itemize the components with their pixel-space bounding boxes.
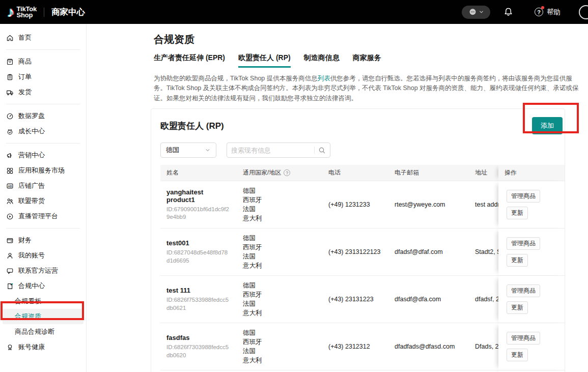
sidebar-item-label: 我的账号 [18, 251, 45, 260]
sidebar-divider [6, 143, 80, 144]
topbar: ♪ TikTok Shop 商家中心 ? 帮助 [0, 0, 588, 24]
help-button[interactable]: ? 帮助 [535, 8, 561, 17]
chevron-down-icon [205, 147, 211, 153]
phone-cell: (+43) 2312312 [322, 323, 388, 370]
rp-name: test 111 [166, 287, 231, 294]
sidebar-item-label: 财务 [18, 236, 32, 245]
tab-bar: 生产者责任延伸 (EPR)欧盟责任人 (RP)制造商信息商家服务 [154, 53, 580, 68]
sidebar-item-compliance-center[interactable]: 合规中心 [0, 278, 86, 294]
sidebar-item-app-service-market[interactable]: 应用和服务市场 [0, 163, 86, 178]
rp-panel: 欧盟责任人 (RP) 添加 德国 姓名通用国家/地区?电话电子邮箱地址操作yan… [151, 108, 565, 372]
sidebar-item-label: 合规中心 [18, 281, 45, 291]
sidebar-divider [6, 228, 80, 228]
country-select-value: 德国 [166, 146, 179, 155]
update-button[interactable]: 更新 [507, 254, 528, 267]
sidebar-divider [6, 49, 80, 50]
sidebar-subitem-product-compliance-diagnosis[interactable]: 商品合规诊断 [3, 324, 83, 339]
sidebar-item-label: 联盟带货 [18, 196, 45, 206]
sidebar-item-label: 成长中心 [18, 127, 45, 136]
chat-bubble-icon [468, 8, 477, 16]
column-header: 操作 [498, 165, 565, 181]
sidebar-item-finance[interactable]: 财务 [0, 233, 86, 248]
manage-products-button[interactable]: 管理商品 [507, 284, 540, 297]
manage-products-button[interactable]: 管理商品 [507, 237, 540, 250]
sidebar-item-affiliate[interactable]: 联盟带货 [0, 193, 86, 209]
sidebar-item-contact-official[interactable]: 联系官方运营 [0, 263, 86, 278]
notifications-button[interactable] [503, 7, 513, 17]
phone-cell: (+43) 23131223 [322, 276, 388, 323]
sidebar-item-account-health[interactable]: 账号健康 [0, 339, 86, 355]
messages-button[interactable] [462, 6, 490, 19]
column-header: 电话 [322, 165, 388, 181]
tiktok-shop-logo[interactable]: ♪ TikTok Shop [7, 5, 37, 19]
shipping-icon [6, 89, 14, 96]
tab-manufacturer-info[interactable]: 制造商信息 [304, 53, 340, 68]
panel-heading: 欧盟责任人 (RP) [160, 120, 224, 132]
sidebar-subitem-compliance-qualification[interactable]: 合规资质 [3, 309, 83, 324]
brand-line2: Shop [17, 12, 37, 18]
finance-icon [6, 237, 14, 244]
tab-merchant-services[interactable]: 商家服务 [353, 53, 381, 68]
help-icon: ? [535, 8, 543, 16]
sidebar-item-label: 直播管理平台 [18, 212, 58, 221]
sidebar-item-shipping[interactable]: 发货 [0, 84, 86, 100]
sidebar-item-label: 应用和服务市场 [18, 166, 65, 175]
sidebar-item-home[interactable]: 首页 [0, 30, 86, 45]
sidebar-item-live-management[interactable]: 直播管理平台 [0, 209, 86, 224]
sidebar-item-shop-ads[interactable]: AD店铺广告 [0, 178, 86, 193]
home-icon [6, 34, 14, 42]
update-button[interactable]: 更新 [507, 207, 528, 219]
sidebar-item-label: 账号健康 [18, 342, 45, 352]
rp-id: ID:6826f7303988fedcc5db0620 [166, 344, 231, 359]
column-header: 姓名 [160, 165, 237, 181]
sidebar-item-my-account[interactable]: 我的账号 [0, 248, 86, 263]
sidebar-divider [6, 104, 80, 104]
filter-row: 德国 [160, 142, 555, 158]
manage-products-button[interactable]: 管理商品 [507, 332, 540, 345]
actions-cell: 管理商品更新 [498, 323, 565, 370]
countries-cell: 德国西班牙法国意大利 [237, 181, 322, 228]
column-header: 地址 [469, 165, 498, 181]
table-row: test 111ID:6826f7533988fedcc5db0621德国西班牙… [160, 276, 565, 323]
sidebar-item-marketing-center[interactable]: 营销中心 [0, 148, 86, 163]
sidebar-item-products[interactable]: 商品 [0, 54, 86, 69]
search-input[interactable] [231, 147, 313, 154]
sidebar-item-orders[interactable]: 订单 [0, 69, 86, 84]
email-cell: rtest@yweye.com [388, 181, 469, 228]
affiliate-icon [6, 197, 14, 205]
table-row: yanghaitest product1ID:67909001bf6d1dc9f… [160, 181, 565, 228]
main-content: 合规资质 生产者责任延伸 (EPR)欧盟责任人 (RP)制造商信息商家服务 为协… [87, 24, 588, 372]
sidebar-item-label: 首页 [18, 33, 32, 42]
sidebar: 首页商品订单发货数据罗盘成长中心营销中心应用和服务市场AD店铺广告联盟带货直播管… [0, 24, 87, 372]
update-button[interactable]: 更新 [507, 301, 528, 314]
health-icon [6, 344, 14, 351]
manage-products-button[interactable]: 管理商品 [507, 190, 540, 203]
sidebar-item-data-compass[interactable]: 数据罗盘 [0, 108, 86, 124]
tab-epr[interactable]: 生产者责任延伸 (EPR) [154, 53, 225, 68]
add-button[interactable]: 添加 [532, 117, 563, 134]
search-icon[interactable] [318, 147, 326, 154]
tab-rp[interactable]: 欧盟责任人 (RP) [238, 53, 291, 68]
actions-cell: 管理商品更新 [498, 276, 565, 323]
sidebar-subitem-compliance-board[interactable]: 合规看板 [3, 294, 83, 309]
growth-icon [6, 128, 14, 135]
avatar[interactable] [579, 5, 588, 19]
list-link[interactable]: 列表 [318, 75, 330, 82]
rp-name: fasdfas [166, 334, 231, 341]
sidebar-item-growth-center[interactable]: 成长中心 [0, 124, 86, 139]
tiktok-note-icon: ♪ [7, 5, 15, 19]
email-cell: dfadsf@dfaf.com [388, 228, 469, 275]
topbar-divider [44, 8, 44, 17]
account-icon [6, 252, 14, 260]
country-select[interactable]: 德国 [160, 142, 216, 158]
help-icon[interactable]: ? [284, 169, 290, 176]
data-compass-icon [6, 112, 14, 120]
search-box [227, 142, 330, 158]
order-icon [6, 73, 14, 81]
countries-cell: 德国西班牙法国意大利 [237, 228, 322, 275]
update-button[interactable]: 更新 [507, 349, 528, 361]
rp-id: ID:6826f7533988fedcc5db0621 [166, 296, 231, 312]
rp-id: ID:6827048d5e48f8d78d1d6695 [166, 249, 231, 265]
table-row: fasdfasID:6826f7303988fedcc5db0620德国西班牙法… [160, 323, 565, 370]
contact-icon [6, 267, 14, 275]
